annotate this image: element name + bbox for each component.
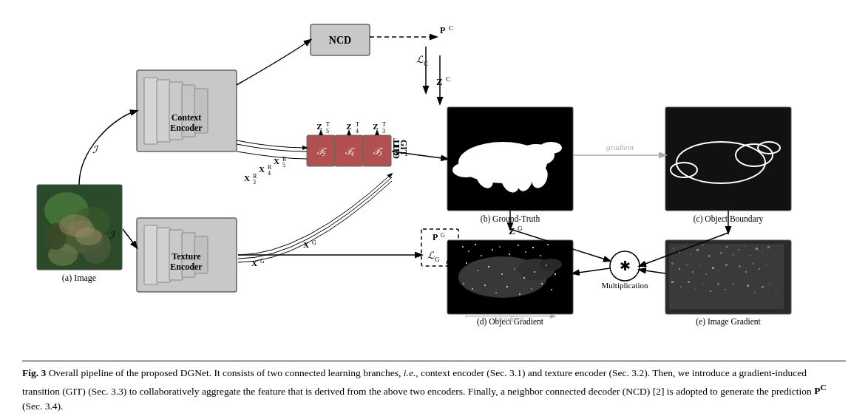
- svg-rect-94: [696, 249, 699, 251]
- svg-rect-107: [773, 253, 775, 255]
- svg-text:X: X: [251, 259, 257, 268]
- svg-text:(a) Image: (a) Image: [62, 273, 96, 283]
- svg-text:gradient: gradient: [606, 143, 634, 151]
- svg-rect-129: [717, 283, 719, 285]
- svg-text:Z: Z: [373, 122, 378, 131]
- svg-rect-83: [519, 293, 521, 295]
- caption-ie: i.e.,: [404, 367, 418, 378]
- svg-rect-58: [468, 251, 469, 252]
- svg-rect-77: [555, 273, 556, 275]
- svg-rect-57: [462, 246, 464, 248]
- svg-text:G: G: [260, 258, 265, 265]
- svg-rect-114: [712, 267, 714, 269]
- svg-point-41: [452, 163, 479, 177]
- svg-rect-64: [518, 245, 519, 246]
- svg-rect-113: [705, 273, 707, 275]
- svg-text:X: X: [274, 157, 279, 166]
- svg-rect-62: [499, 246, 501, 248]
- svg-rect-61: [492, 249, 493, 251]
- svg-text:Z: Z: [316, 122, 322, 131]
- caption-text3: (Sec. 3.4).: [22, 401, 63, 412]
- svg-rect-115: [719, 270, 720, 271]
- caption-pc: PC: [814, 385, 826, 396]
- svg-rect-67: [540, 255, 541, 256]
- svg-rect-137: [775, 290, 777, 293]
- svg-text:3: 3: [382, 128, 385, 134]
- svg-rect-76: [546, 265, 547, 266]
- svg-rect-112: [699, 265, 701, 268]
- svg-rect-99: [726, 246, 728, 248]
- svg-rect-132: [739, 290, 741, 292]
- svg-rect-59: [475, 244, 476, 245]
- svg-rect-65: [525, 251, 526, 253]
- svg-rect-12: [144, 78, 157, 144]
- svg-text:NCD: NCD: [329, 35, 351, 46]
- svg-text:Z: Z: [346, 122, 351, 131]
- svg-line-196: [573, 268, 610, 273]
- svg-rect-13: [157, 80, 170, 142]
- svg-rect-89: [669, 244, 784, 309]
- svg-text:Context: Context: [172, 112, 202, 123]
- svg-rect-86: [551, 289, 552, 290]
- svg-text:T: T: [326, 121, 330, 128]
- svg-text:T: T: [382, 121, 386, 128]
- svg-rect-121: [759, 268, 760, 270]
- svg-rect-101: [738, 249, 739, 251]
- fig-label: Fig. 3: [22, 367, 46, 378]
- page: (a) Image Context Encoder Texture Encode…: [0, 0, 868, 419]
- svg-rect-74: [523, 277, 525, 279]
- svg-rect-130: [725, 289, 726, 290]
- svg-text:G: G: [518, 225, 523, 232]
- svg-rect-60: [481, 255, 482, 256]
- svg-rect-20: [144, 225, 157, 285]
- svg-rect-63: [509, 253, 510, 255]
- svg-text:(e) Image Gradient: (e) Image Gradient: [696, 317, 761, 327]
- svg-rect-71: [488, 266, 489, 268]
- svg-rect-131: [732, 283, 734, 285]
- svg-rect-81: [495, 292, 497, 293]
- svg-rect-111: [692, 271, 694, 273]
- svg-rect-69: [466, 262, 467, 264]
- svg-text:C: C: [449, 24, 453, 32]
- svg-rect-134: [754, 292, 756, 293]
- svg-rect-119: [745, 271, 747, 273]
- svg-rect-109: [679, 268, 680, 270]
- svg-text:Texture: Texture: [172, 251, 201, 262]
- svg-text:GIT: GIT: [391, 143, 401, 159]
- svg-rect-68: [547, 244, 549, 245]
- svg-text:Multiplication: Multiplication: [602, 281, 648, 290]
- svg-text:T: T: [356, 121, 359, 128]
- figure-caption: Fig. 3 Overall pipeline of the proposed …: [22, 361, 846, 415]
- svg-rect-78: [463, 283, 464, 285]
- svg-text:✱: ✱: [620, 259, 631, 273]
- svg-rect-133: [747, 285, 749, 287]
- svg-rect-21: [157, 228, 170, 282]
- svg-rect-90: [673, 248, 675, 250]
- svg-rect-95: [702, 245, 704, 246]
- svg-point-56: [540, 259, 562, 270]
- svg-rect-85: [541, 283, 543, 285]
- svg-point-9: [75, 228, 102, 245]
- svg-point-40: [540, 142, 562, 154]
- svg-text:4: 4: [356, 128, 359, 134]
- svg-rect-73: [514, 268, 515, 270]
- svg-text:C: C: [424, 60, 428, 67]
- svg-rect-136: [769, 283, 770, 285]
- svg-text:gradient: gradient: [496, 314, 524, 323]
- svg-text:4: 4: [268, 170, 271, 177]
- svg-text:3: 3: [253, 179, 256, 185]
- svg-rect-84: [531, 288, 532, 290]
- svg-rect-102: [744, 245, 746, 247]
- svg-text:5: 5: [326, 128, 329, 134]
- svg-rect-123: [671, 281, 674, 283]
- svg-rect-124: [680, 286, 682, 287]
- svg-text:P: P: [433, 232, 438, 242]
- svg-text:G: G: [312, 239, 316, 246]
- svg-rect-128: [710, 290, 711, 292]
- svg-rect-93: [690, 253, 691, 255]
- svg-text:5: 5: [282, 162, 285, 168]
- svg-rect-72: [501, 273, 503, 275]
- svg-rect-106: [767, 246, 770, 248]
- svg-rect-66: [532, 247, 534, 248]
- svg-rect-100: [732, 253, 734, 256]
